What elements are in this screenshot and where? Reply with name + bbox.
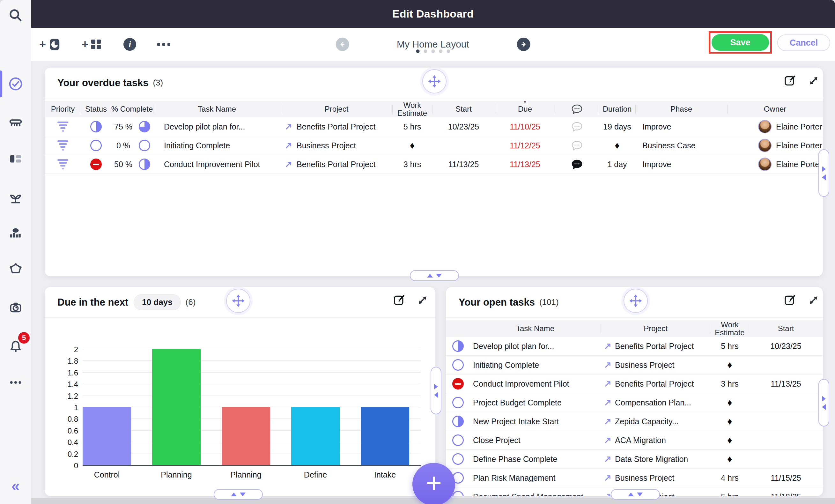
status-in-progress-icon[interactable] <box>452 416 464 427</box>
table-row[interactable]: Define Phase Complete Data Store Migrati… <box>446 450 823 469</box>
project-name[interactable]: ACA Migration <box>615 436 711 445</box>
board-icon[interactable] <box>8 151 23 166</box>
column-header[interactable]: Duration <box>599 101 635 117</box>
status-not-started-icon[interactable] <box>452 491 464 496</box>
carousel-dot[interactable] <box>447 49 450 53</box>
status-in-progress-icon[interactable] <box>90 121 102 133</box>
comments-icon[interactable] <box>571 159 583 170</box>
task-name[interactable]: Initiating Complete <box>153 141 281 150</box>
collapse-sidebar-icon[interactable]: « <box>12 479 20 493</box>
carousel-dot[interactable] <box>424 49 427 53</box>
chart-vertical-scroll-control[interactable] <box>214 489 263 500</box>
task-name[interactable]: Conduct Improvement Pilot <box>153 160 281 169</box>
carousel-dot[interactable] <box>439 49 442 53</box>
column-header[interactable]: Phase <box>635 101 727 117</box>
project-name[interactable]: Data Store Migration <box>615 455 711 464</box>
column-header[interactable]: Priority <box>45 101 81 117</box>
table-row[interactable]: 50 % Conduct Improvement Pilot Benefits … <box>45 155 823 174</box>
table-row[interactable]: Close Project ACA Migration ♦ <box>446 431 823 450</box>
table-row[interactable]: Conduct Improvement Pilot Benefits Porta… <box>446 375 823 393</box>
more-options-button[interactable] <box>157 43 170 46</box>
status-in-progress-icon[interactable] <box>452 340 464 352</box>
add-chart-button[interactable]: + <box>39 38 61 51</box>
move-widget-handle[interactable] <box>422 69 447 94</box>
open-task-link-icon[interactable] <box>604 417 612 425</box>
edit-widget-button[interactable] <box>783 293 797 307</box>
status-not-started-icon[interactable] <box>452 397 464 408</box>
network-icon[interactable] <box>8 261 23 277</box>
project-name[interactable]: Benefits Portal Project <box>297 122 392 132</box>
open-task-link-icon[interactable] <box>604 398 612 407</box>
task-name[interactable]: Initiating Complete <box>470 360 600 370</box>
task-name[interactable]: Plan Risk Management <box>470 473 600 483</box>
project-name[interactable]: Benefits Portal Project <box>615 342 711 351</box>
open-task-link-icon[interactable] <box>604 342 612 350</box>
column-header[interactable]: Status <box>81 101 111 117</box>
column-header[interactable]: Start <box>432 101 495 117</box>
task-name[interactable]: Conduct Improvement Pilot <box>470 379 600 388</box>
column-header[interactable]: Project <box>281 101 392 117</box>
tasks-check-icon[interactable] <box>8 76 23 92</box>
task-name[interactable]: Document Spend Management <box>470 492 600 496</box>
table-row[interactable]: Develop pilot plan for... Benefits Porta… <box>446 337 823 356</box>
project-name[interactable]: Zepida Capacity... <box>615 417 711 426</box>
comments-icon[interactable] <box>571 140 583 151</box>
comments-icon[interactable] <box>571 122 583 132</box>
status-not-started-icon[interactable] <box>452 453 464 465</box>
info-button[interactable]: i <box>123 38 136 51</box>
project-name[interactable]: Benefits Portal Project <box>615 379 711 388</box>
table-row[interactable]: 0 % Initiating Complete Business Project… <box>45 136 823 155</box>
project-name[interactable]: Business Project <box>615 360 711 370</box>
growth-icon[interactable] <box>8 190 23 206</box>
cancel-button[interactable]: Cancel <box>777 35 830 51</box>
open-vertical-scroll-control[interactable] <box>611 489 660 500</box>
table-row[interactable]: 75 % Develop pilot plan for... Benefits … <box>45 117 823 136</box>
search-icon[interactable] <box>8 8 23 23</box>
next-layout-button[interactable] <box>517 38 530 51</box>
save-button[interactable]: Save <box>712 34 769 51</box>
task-name[interactable]: Develop pilot plan for... <box>470 342 600 351</box>
status-blocked-icon[interactable] <box>90 159 102 170</box>
column-header[interactable]: Start <box>749 320 823 337</box>
gantt-icon[interactable] <box>8 116 23 131</box>
open-task-link-icon[interactable] <box>604 474 612 482</box>
status-not-started-icon[interactable] <box>452 435 464 446</box>
table-row[interactable]: Initiating Complete Business Project ♦ <box>446 356 823 375</box>
column-header[interactable]: % Complete <box>111 101 153 117</box>
project-name[interactable]: Compensation Plan... <box>615 398 711 407</box>
range-selector[interactable]: 10 days <box>134 295 180 310</box>
project-name[interactable]: Business Project <box>615 473 711 483</box>
expand-widget-button[interactable] <box>806 293 821 307</box>
task-name[interactable]: Close Project <box>470 436 600 445</box>
open-task-link-icon[interactable] <box>285 160 293 168</box>
edit-widget-button[interactable] <box>392 293 407 307</box>
open-task-link-icon[interactable] <box>604 455 612 463</box>
portfolio-chart-icon[interactable] <box>8 226 23 241</box>
column-header[interactable]: Owner <box>727 101 823 117</box>
column-header[interactable]: Task Name <box>153 101 281 117</box>
open-task-link-icon[interactable] <box>604 436 612 444</box>
carousel-dot[interactable] <box>416 49 420 53</box>
open-task-link-icon[interactable] <box>604 361 612 369</box>
more-ellipsis-icon[interactable] <box>8 375 23 390</box>
expand-widget-button[interactable] <box>415 293 430 307</box>
open-task-link-icon[interactable] <box>285 141 293 149</box>
project-name[interactable]: Business Project <box>297 141 392 150</box>
move-widget-handle[interactable] <box>226 289 250 313</box>
overdue-vertical-scroll-control[interactable] <box>410 270 459 281</box>
column-header[interactable]: Task Name <box>470 320 600 337</box>
add-fab-button[interactable]: + <box>412 463 455 504</box>
table-row[interactable]: New Project Intake Start Zepida Capacity… <box>446 412 823 431</box>
open-horizontal-scroll-control[interactable] <box>818 379 829 426</box>
carousel-dot[interactable] <box>431 49 435 53</box>
comment-column-icon[interactable] <box>555 101 599 117</box>
layout-name[interactable]: My Home Layout <box>397 39 469 50</box>
task-name[interactable]: Project Budget Complete <box>470 398 600 407</box>
table-row[interactable]: Plan Risk Management Business Project 4 … <box>446 469 823 487</box>
timesheet-icon[interactable] <box>8 300 23 315</box>
chart-horizontal-scroll-control[interactable] <box>431 367 442 415</box>
status-not-started-icon[interactable] <box>452 359 464 371</box>
status-not-started-icon[interactable] <box>90 140 102 151</box>
column-header[interactable]: Work Estimate <box>711 320 749 337</box>
column-header[interactable]: Work Estimate <box>392 101 432 117</box>
